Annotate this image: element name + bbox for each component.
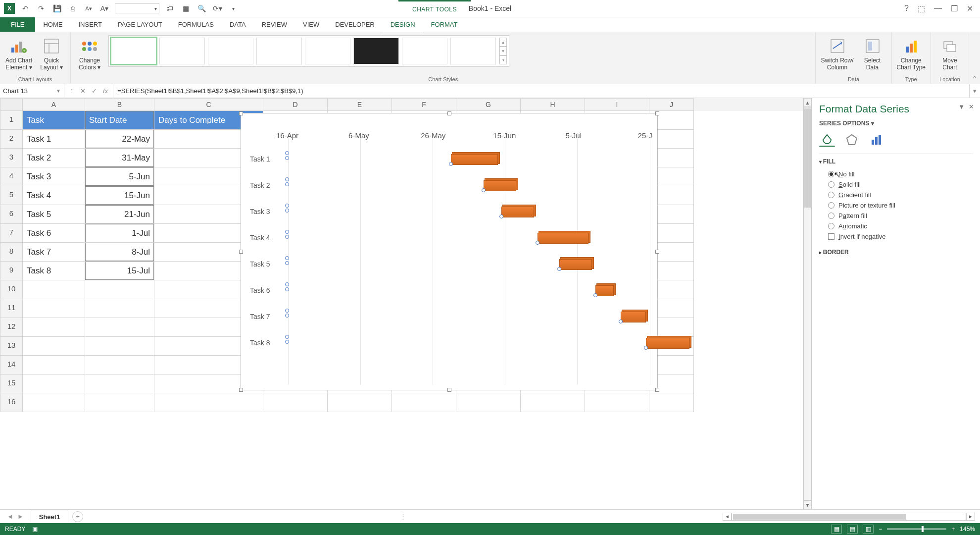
fill-picture-option[interactable]: Picture or texture fill xyxy=(828,200,973,211)
cell-B7[interactable]: 1-Jul xyxy=(85,224,154,243)
row-header-8[interactable]: 8 xyxy=(0,243,23,262)
chart-resize-handle[interactable] xyxy=(447,111,451,115)
cell-D16[interactable] xyxy=(263,393,328,412)
fill-no-fill-option[interactable]: No fill ↖ xyxy=(828,169,973,179)
scroll-down-icon[interactable]: ▼ xyxy=(803,500,812,509)
add-sheet-icon[interactable]: + xyxy=(72,511,83,522)
cell-A14[interactable] xyxy=(23,356,85,374)
scroll-thumb[interactable] xyxy=(804,108,811,208)
chart-style-4[interactable] xyxy=(256,38,302,64)
fill-gradient-option[interactable]: Gradient fill xyxy=(828,190,973,200)
col-header-C[interactable]: C xyxy=(154,98,263,111)
zoom-in-icon[interactable]: + xyxy=(951,526,955,533)
sheet-tab-sheet1[interactable]: Sheet1 xyxy=(31,511,69,523)
expand-formula-icon[interactable]: ▾ xyxy=(969,84,980,98)
tab-design[interactable]: DESIGN xyxy=(383,18,423,32)
fill-pattern-option[interactable]: Pattern fill xyxy=(828,211,973,221)
undo-icon[interactable]: ↶ xyxy=(20,3,31,14)
tab-formulas[interactable]: FORMULAS xyxy=(170,17,222,32)
embedded-chart[interactable]: 16-Apr6-May26-May15-Jun5-Jul25-JTask 1Ta… xyxy=(241,113,658,390)
chart-resize-handle[interactable] xyxy=(655,111,659,115)
split-handle[interactable]: ⋮ xyxy=(83,513,723,520)
row-header-15[interactable]: 15 xyxy=(0,374,23,393)
chart-bar[interactable] xyxy=(595,285,614,296)
cell-A8[interactable]: Task 7 xyxy=(23,243,85,262)
chart-style-1[interactable] xyxy=(111,38,156,64)
switch-row-col-button[interactable]: Switch Row/ Column xyxy=(821,35,853,71)
row-header-13[interactable]: 13 xyxy=(0,337,23,356)
fill-solid-option[interactable]: Solid fill xyxy=(828,179,973,190)
redo-icon[interactable]: ↷ xyxy=(36,3,47,14)
cell-A6[interactable]: Task 5 xyxy=(23,205,85,224)
row-header-12[interactable]: 12 xyxy=(0,318,23,337)
cell-B4[interactable]: 5-Jun xyxy=(85,167,154,186)
sheet-nav-arrows[interactable]: ◄► xyxy=(0,513,31,520)
pane-options-icon[interactable]: ▼ xyxy=(958,103,965,110)
tab-review[interactable]: REVIEW xyxy=(254,17,295,32)
font-inc-icon[interactable]: A▾ xyxy=(99,3,110,14)
zoom-out-icon[interactable]: − xyxy=(879,526,882,533)
minimize-icon[interactable]: — xyxy=(934,4,942,13)
col-header-F[interactable]: F xyxy=(392,98,456,111)
chart-bar[interactable] xyxy=(538,233,588,244)
row-header-2[interactable]: 2 xyxy=(0,130,23,149)
cell-E16[interactable] xyxy=(328,393,392,412)
row-header-10[interactable]: 10 xyxy=(0,280,23,299)
cell-B16[interactable] xyxy=(85,393,154,412)
name-box[interactable]: Chart 13▼ xyxy=(0,84,64,98)
chart-style-3[interactable] xyxy=(208,38,253,64)
cancel-formula-icon[interactable]: ✕ xyxy=(80,87,86,95)
cell-C16[interactable] xyxy=(154,393,263,412)
refresh-icon[interactable]: ⟳▾ xyxy=(212,3,223,14)
more-arrow-icon[interactable]: ▾ xyxy=(499,55,507,64)
cell-B12[interactable] xyxy=(85,318,154,337)
chart-bar[interactable] xyxy=(646,338,689,349)
chart-bar[interactable] xyxy=(559,259,592,270)
save-icon[interactable]: 💾 xyxy=(51,3,62,14)
down-arrow-icon[interactable]: ▼ xyxy=(499,47,507,55)
prev-sheet-icon[interactable]: ◄ xyxy=(7,513,13,520)
select-data-button[interactable]: Select Data xyxy=(859,35,886,71)
add-chart-element-button[interactable]: + Add Chart Element ▾ xyxy=(5,35,33,71)
cell-G16[interactable] xyxy=(456,393,521,412)
normal-view-icon[interactable]: ▦ xyxy=(831,525,842,534)
cell-A16[interactable] xyxy=(23,393,85,412)
series-options-icon[interactable] xyxy=(869,133,884,147)
snapshot-icon[interactable]: ⎙ xyxy=(67,3,78,14)
cell-B14[interactable] xyxy=(85,356,154,374)
row-header-4[interactable]: 4 xyxy=(0,167,23,186)
tab-developer[interactable]: DEVELOPER xyxy=(327,17,382,32)
cell-B8[interactable]: 8-Jul xyxy=(85,243,154,262)
row-header-6[interactable]: 6 xyxy=(0,205,23,224)
row-header-3[interactable]: 3 xyxy=(0,149,23,167)
hscroll-track[interactable] xyxy=(732,513,966,521)
chart-bar[interactable] xyxy=(451,154,498,165)
cell-A4[interactable]: Task 3 xyxy=(23,167,85,186)
hscroll-thumb[interactable] xyxy=(733,514,906,520)
qat-more-icon[interactable]: ▾ xyxy=(228,3,239,14)
row-header-14[interactable]: 14 xyxy=(0,356,23,374)
fill-section-header[interactable]: FILL xyxy=(819,158,973,165)
fill-automatic-option[interactable]: Automatic xyxy=(828,221,973,231)
cell-A2[interactable]: Task 1 xyxy=(23,130,85,149)
row-header-5[interactable]: 5 xyxy=(0,186,23,205)
col-header-G[interactable]: G xyxy=(456,98,521,111)
cell-F16[interactable] xyxy=(392,393,456,412)
chart-style-8[interactable] xyxy=(450,38,496,64)
chart-resize-handle[interactable] xyxy=(447,388,451,392)
chart-style-6[interactable] xyxy=(353,38,399,64)
chart-resize-handle[interactable] xyxy=(655,388,659,392)
cell-A10[interactable] xyxy=(23,280,85,299)
cell-A15[interactable] xyxy=(23,374,85,393)
tab-home[interactable]: HOME xyxy=(35,17,70,32)
cell-A9[interactable]: Task 8 xyxy=(23,262,85,280)
col-header-D[interactable]: D xyxy=(263,98,328,111)
move-chart-button[interactable]: Move Chart xyxy=(936,35,964,71)
col-header-A[interactable]: A xyxy=(23,98,85,111)
chart-style-2[interactable] xyxy=(159,38,205,64)
row-header-16[interactable]: 16 xyxy=(0,393,23,412)
tab-data[interactable]: DATA xyxy=(222,17,254,32)
col-header-I[interactable]: I xyxy=(585,98,649,111)
gallery-spinner[interactable]: ▲▼▾ xyxy=(499,38,507,64)
chart-bar[interactable] xyxy=(621,312,646,322)
